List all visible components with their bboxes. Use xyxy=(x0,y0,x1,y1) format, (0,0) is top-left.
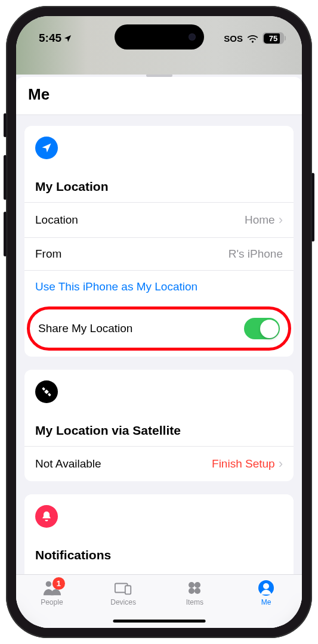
chevron-right-icon: › xyxy=(279,212,283,228)
my-location-title: My Location xyxy=(24,179,294,202)
svg-point-12 xyxy=(263,583,269,589)
svg-point-8 xyxy=(194,582,200,588)
notifications-title: Notifications xyxy=(24,548,294,571)
svg-point-9 xyxy=(189,588,194,594)
satellite-status-row[interactable]: Not Available Finish Setup › xyxy=(24,446,294,481)
phone-frame: 5:45 SOS 75 Me xyxy=(6,6,312,638)
volume-down-button xyxy=(4,212,7,256)
share-my-location-toggle[interactable] xyxy=(244,318,280,339)
svg-rect-0 xyxy=(44,389,49,394)
screen: 5:45 SOS 75 Me xyxy=(16,16,302,628)
tab-people[interactable]: 1 People xyxy=(28,580,76,628)
me-icon xyxy=(257,580,276,596)
location-row[interactable]: Location Home › xyxy=(24,202,294,237)
location-arrow-icon xyxy=(63,34,72,43)
tab-me[interactable]: Me xyxy=(242,580,290,628)
sheet-content[interactable]: My Location Location Home › From R's iPh… xyxy=(16,115,302,574)
svg-rect-1 xyxy=(42,387,45,391)
notifications-card: Notifications Allow Friend Requests xyxy=(24,494,294,574)
wifi-icon xyxy=(247,34,258,43)
location-label: Location xyxy=(35,213,78,227)
battery-level: 75 xyxy=(269,34,277,43)
svg-rect-6 xyxy=(125,586,130,594)
from-value: R's iPhone xyxy=(229,247,283,261)
tab-label: People xyxy=(41,598,63,606)
home-indicator[interactable] xyxy=(113,620,205,623)
volume-up-button xyxy=(4,155,7,200)
items-icon xyxy=(185,580,204,596)
battery-indicator: 75 xyxy=(263,32,284,44)
svg-point-3 xyxy=(46,581,51,587)
satellite-card: My Location via Satellite Not Available … xyxy=(24,370,294,481)
tab-label: Items xyxy=(186,598,203,606)
power-button xyxy=(311,173,314,242)
tab-label: Devices xyxy=(110,598,136,606)
chevron-right-icon: › xyxy=(279,456,283,472)
status-time: 5:45 xyxy=(39,32,61,45)
satellite-icon xyxy=(35,380,58,403)
use-this-iphone-link[interactable]: Use This iPhone as My Location xyxy=(24,270,294,303)
side-button xyxy=(4,113,7,137)
devices-icon xyxy=(114,580,133,596)
tab-label: Me xyxy=(261,598,271,606)
svg-point-10 xyxy=(194,588,200,594)
svg-rect-2 xyxy=(48,393,51,397)
location-value: Home xyxy=(245,213,275,227)
satellite-status-label: Not Available xyxy=(35,457,101,470)
finish-setup-link: Finish Setup xyxy=(212,457,275,470)
satellite-title: My Location via Satellite xyxy=(24,423,294,446)
bell-icon xyxy=(35,505,58,528)
sos-indicator: SOS xyxy=(224,33,243,44)
location-icon xyxy=(35,137,58,159)
page-title: Me xyxy=(16,77,302,115)
background-blur xyxy=(16,52,302,75)
me-sheet: Me My Location Location Home › xyxy=(16,69,302,628)
from-label: From xyxy=(35,247,61,261)
share-my-location-row[interactable]: Share My Location xyxy=(27,306,291,351)
dynamic-island xyxy=(115,24,204,49)
svg-point-7 xyxy=(189,582,194,588)
share-my-location-label: Share My Location xyxy=(38,322,132,335)
people-badge: 1 xyxy=(53,577,65,590)
my-location-card: My Location Location Home › From R's iPh… xyxy=(24,126,294,357)
from-row[interactable]: From R's iPhone xyxy=(24,237,294,270)
